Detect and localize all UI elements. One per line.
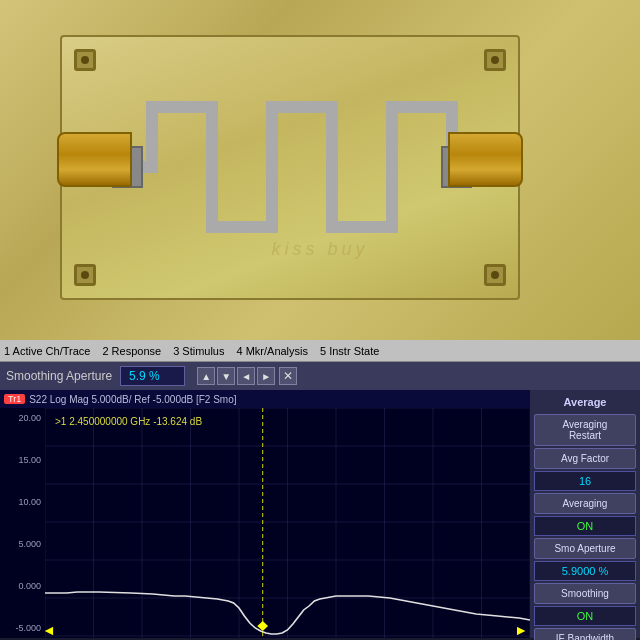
sidebar-if-bandwidth-label[interactable]: IF Bandwidth (534, 628, 636, 640)
aperture-input[interactable] (120, 366, 185, 386)
aperture-down-btn[interactable]: ▼ (217, 367, 235, 385)
menu-item-5[interactable]: 5 Instr State (320, 345, 379, 357)
sidebar-smoothing-label[interactable]: Smoothing (534, 583, 636, 604)
aperture-right-btn[interactable]: ► (257, 367, 275, 385)
sidebar-avg-factor-value: 16 (534, 471, 636, 491)
sidebar-averaging-status: ON (534, 516, 636, 536)
sidebar-smo-aperture-value: 5.9000 % (534, 561, 636, 581)
marker-info: >1 2.450000000 GHz -13.624 dB (55, 416, 202, 427)
watermark: kiss buy (271, 239, 368, 260)
mount-hole-tr (484, 49, 506, 71)
y-label-3: 10.00 (0, 497, 45, 507)
mount-hole-tl (74, 49, 96, 71)
y-label-6: -5.000 (0, 623, 45, 633)
sidebar-smo-aperture-label[interactable]: Smo Aperture (534, 538, 636, 559)
marker-right: ► (514, 622, 528, 638)
y-label-5: 0.000 (0, 581, 45, 591)
y-axis-labels: 20.00 15.00 10.00 5.000 0.000 -5.000 (0, 408, 45, 638)
marker-left: ◄ (42, 622, 56, 638)
photo-area: kiss buy (0, 0, 640, 340)
sidebar-avg-factor-label[interactable]: Avg Factor (534, 448, 636, 469)
aperture-close-btn[interactable]: ✕ (279, 367, 297, 385)
sidebar-averaging-label[interactable]: Averaging (534, 493, 636, 514)
chart-area: Tr1 S22 Log Mag 5.000dB/ Ref -5.000dB [F… (0, 390, 530, 638)
menu-item-1[interactable]: 1 Active Ch/Trace (4, 345, 90, 357)
sidebar: Average AveragingRestart Avg Factor 16 A… (530, 390, 640, 638)
instrument-area: 1 Active Ch/Trace 2 Response 3 Stimulus … (0, 340, 640, 640)
aperture-left-btn[interactable]: ◄ (237, 367, 255, 385)
sidebar-title: Average (534, 394, 636, 412)
aperture-bar: Smoothing Aperture ▲ ▼ ◄ ► ✕ (0, 362, 640, 390)
y-label-2: 15.00 (0, 455, 45, 465)
serpentine-traces (112, 77, 472, 257)
trace-badge: Tr1 (4, 394, 25, 404)
y-label-1: 20.00 (0, 413, 45, 423)
menu-item-2[interactable]: 2 Response (102, 345, 161, 357)
aperture-label: Smoothing Aperture (6, 369, 112, 383)
menu-item-4[interactable]: 4 Mkr/Analysis (236, 345, 308, 357)
sidebar-averaging-restart[interactable]: AveragingRestart (534, 414, 636, 446)
aperture-up-btn[interactable]: ▲ (197, 367, 215, 385)
trace-info: S22 Log Mag 5.000dB/ Ref -5.000dB [F2 Sm… (29, 394, 236, 405)
sidebar-smoothing-status: ON (534, 606, 636, 626)
mount-hole-br (484, 264, 506, 286)
mount-hole-bl (74, 264, 96, 286)
main-content: Tr1 S22 Log Mag 5.000dB/ Ref -5.000dB [F… (0, 390, 640, 638)
menu-bar: 1 Active Ch/Trace 2 Response 3 Stimulus … (0, 340, 640, 362)
aperture-controls: ▲ ▼ ◄ ► ✕ (197, 367, 297, 385)
chart-canvas: 20.00 15.00 10.00 5.000 0.000 -5.000 (0, 408, 530, 638)
chart-svg (45, 408, 530, 638)
sma-connector-left (57, 132, 132, 187)
chart-header: Tr1 S22 Log Mag 5.000dB/ Ref -5.000dB [F… (0, 390, 530, 408)
pcb-board (60, 35, 520, 300)
y-label-4: 5.000 (0, 539, 45, 549)
menu-item-3[interactable]: 3 Stimulus (173, 345, 224, 357)
sma-connector-right (448, 132, 523, 187)
